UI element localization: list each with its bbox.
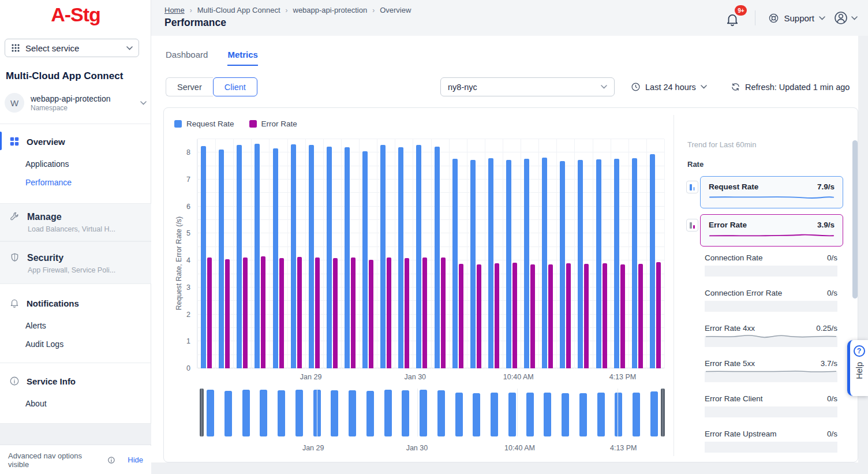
trend-row-sparkline (705, 332, 837, 340)
divider (674, 115, 674, 456)
bar-pair (538, 139, 556, 368)
trend-row[interactable]: Error Rate 4xx 0.25/s (705, 324, 837, 359)
breadcrumb-separator: › (190, 6, 192, 14)
sidebar-item-performance[interactable]: Performance (25, 178, 72, 187)
sidebar-item-overview[interactable]: Overview (0, 133, 151, 150)
x-tick-label: 4:13 PM (609, 373, 637, 381)
brush-handle-right[interactable] (661, 389, 665, 436)
trend-row[interactable]: Connection Rate 0/s (705, 253, 837, 289)
error-rate-bar (243, 257, 248, 368)
error-rate-bar (459, 264, 463, 368)
sidebar-item-service-info[interactable]: Service Info (0, 372, 151, 390)
error-rate-bar (656, 262, 661, 368)
breadcrumb-overview[interactable]: Overview (380, 6, 411, 14)
trend-row-sparkline-area (705, 336, 837, 347)
breadcrumb-separator: › (372, 6, 375, 14)
brush-bar (579, 393, 587, 436)
select-service-dropdown[interactable]: Select service (5, 39, 139, 57)
bar-pair (233, 139, 251, 368)
divider (0, 363, 151, 363)
request-rate-bar (596, 159, 601, 368)
legend-error-rate[interactable]: Error Rate (249, 120, 297, 128)
bar-pair (521, 139, 538, 368)
request-rate-sparkline (709, 193, 835, 201)
hide-nav-link[interactable]: Hide (128, 456, 143, 464)
time-range-dropdown[interactable]: Last 24 hours (631, 77, 707, 96)
error-rate-bar (495, 263, 499, 368)
brush-handle-left[interactable] (200, 389, 204, 436)
request-rate-bar (524, 159, 529, 368)
trend-row-sparkline-area (705, 266, 837, 277)
trend-card-error-rate[interactable]: Error Rate 3.9/s (700, 214, 843, 247)
brush-x-axis-labels: Jan 29Jan 3010:40 AM4:13 PM (200, 444, 665, 453)
trend-row[interactable]: Error Rate Client 0/s (705, 394, 837, 430)
brush-bar (562, 393, 569, 436)
sidebar-item-audit-logs[interactable]: Audit Logs (25, 339, 63, 349)
chevron-down-icon (701, 85, 707, 89)
error-rate-bar (584, 264, 589, 368)
trend-row[interactable]: Error Rate Upstream 0/s (705, 430, 837, 465)
namespace-selector[interactable]: W webapp-api-protection Namespace (5, 90, 147, 115)
sidebar-collapse-strip[interactable] (0, 424, 151, 445)
trend-row-value: 0/s (827, 430, 837, 438)
tab-metrics[interactable]: Metrics (227, 50, 258, 66)
client-toggle-button[interactable]: Client (213, 77, 257, 96)
request-rate-bar (273, 148, 278, 368)
request-rate-bar (362, 151, 368, 368)
refresh-button[interactable]: Refresh: Updated 1 min ago (731, 77, 850, 96)
manage-sublabel: Load Balancers, Virtual H... (28, 225, 151, 233)
notifications-button[interactable]: 9+ (725, 9, 742, 27)
tab-dashboard[interactable]: Dashboard (166, 50, 208, 66)
breadcrumb-namespace[interactable]: webapp-api-protection (293, 6, 368, 14)
site-select-dropdown[interactable]: ny8-nyc (440, 77, 615, 96)
sidebar-item-manage[interactable]: Manage Load Balancers, Virtual H... (0, 203, 151, 241)
service-title: Multi-Cloud App Connect (6, 70, 123, 82)
sidebar-item-notifications[interactable]: Notifications (0, 294, 151, 312)
request-rate-bar (345, 147, 350, 368)
trend-card-value: 7.9/s (817, 182, 835, 191)
request-rate-bar (380, 145, 386, 368)
request-rate-bar (237, 145, 242, 368)
brush-bar (242, 390, 250, 436)
chevron-down-icon (126, 46, 133, 50)
trend-row-label: Error Rate 5xx (705, 359, 755, 368)
brand-logo[interactable]: A-Stg (0, 3, 151, 26)
legend-request-rate[interactable]: Request Rate (174, 120, 234, 128)
y-tick-label: 8 (186, 148, 190, 156)
brush-bar (384, 390, 392, 436)
bar-pair (341, 139, 359, 368)
brush-bar (278, 390, 285, 436)
breadcrumb: Home › Multi-Cloud App Connect › webapp-… (164, 6, 411, 14)
sidebar-item-alerts[interactable]: Alerts (25, 321, 46, 330)
legend-label: Request Rate (186, 120, 234, 128)
sidebar-item-security[interactable]: Security App Firewall, Service Poli... (0, 241, 151, 284)
error-rate-bar (405, 258, 409, 368)
breadcrumb-service[interactable]: Multi-Cloud App Connect (197, 6, 280, 14)
y-tick-label: 1 (186, 337, 190, 345)
scrollbar-thumb[interactable] (852, 140, 858, 298)
trend-card-request-rate[interactable]: Request Rate 7.9/s (700, 176, 843, 208)
sidebar-item-about[interactable]: About (25, 399, 47, 408)
breadcrumb-home[interactable]: Home (164, 6, 185, 14)
request-rate-bar (309, 145, 314, 368)
y-tick-label: 2 (186, 311, 190, 319)
sidebar-item-applications[interactable]: Applications (25, 159, 69, 169)
top-header: Home › Multi-Cloud App Connect › webapp-… (151, 0, 868, 36)
trend-row[interactable]: Error Rate 5xx 3.7/s (705, 359, 837, 394)
user-menu[interactable] (833, 10, 858, 25)
error-rate-bar (603, 263, 607, 368)
error-rate-bar (566, 263, 571, 368)
sidebar-footer: Advanced nav options visible Hide (0, 446, 151, 474)
legend-swatch-magenta (249, 120, 257, 128)
brush-bar (473, 393, 480, 436)
server-toggle-button[interactable]: Server (166, 77, 213, 96)
trend-row[interactable]: Connection Error Rate 0/s (705, 289, 837, 324)
bar-pair (467, 139, 485, 368)
error-rate-bar (279, 258, 284, 368)
request-rate-bar (201, 146, 206, 368)
support-menu[interactable]: Support (768, 13, 825, 24)
namespace-label: Namespace (31, 104, 111, 112)
select-service-label: Select service (25, 43, 121, 53)
help-button[interactable]: ? Help (847, 340, 868, 396)
info-circle-icon[interactable] (107, 456, 115, 464)
